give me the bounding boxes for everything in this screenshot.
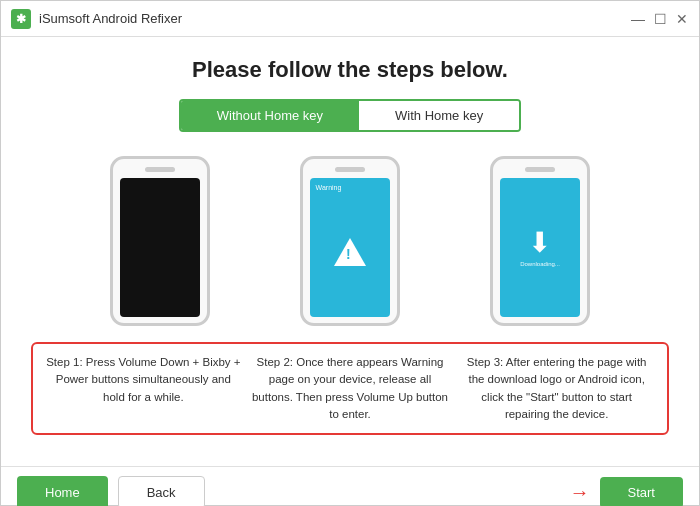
phone-speaker-3 — [525, 167, 555, 172]
page-title: Please follow the steps below. — [192, 57, 508, 83]
window-controls: — ☐ ✕ — [631, 12, 689, 26]
side-button-right-1 — [207, 214, 210, 228]
step-2: Step 2: Once there appears Warning page … — [252, 354, 449, 423]
main-window: ✱ iSumsoft Android Refixer — ☐ ✕ Please … — [0, 0, 700, 506]
footer-left: Home Back — [17, 476, 205, 506]
side-button-right-2 — [207, 234, 210, 248]
phone-3: ⬇ Downloading... — [490, 156, 590, 326]
phone-screen-2: Warning — [310, 178, 391, 317]
phone-speaker-2 — [335, 167, 365, 172]
tab-group: Without Home key With Home key — [179, 99, 521, 132]
phone-1-wrapper — [80, 156, 240, 326]
footer: Home Back → Start — [1, 466, 699, 506]
step-1: Step 1: Press Volume Down + Bixby + Powe… — [45, 354, 242, 423]
phone-screen-3: ⬇ Downloading... — [500, 178, 581, 317]
home-button[interactable]: Home — [17, 476, 108, 506]
phone-3-wrapper: ⬇ Downloading... — [460, 156, 620, 326]
phone-2-wrapper: Warning — [270, 156, 430, 326]
downloading-label: Downloading... — [520, 261, 560, 267]
tab-with-home[interactable]: With Home key — [359, 101, 519, 130]
app-title: iSumsoft Android Refixer — [39, 11, 631, 26]
download-icon: ⬇ — [528, 229, 551, 257]
phone-speaker-1 — [145, 167, 175, 172]
warning-label: Warning — [316, 184, 385, 191]
app-icon: ✱ — [11, 9, 31, 29]
phones-container: Warning ⬇ Downloading... — [80, 156, 620, 326]
maximize-button[interactable]: ☐ — [653, 12, 667, 26]
titlebar: ✱ iSumsoft Android Refixer — ☐ ✕ — [1, 1, 699, 37]
close-button[interactable]: ✕ — [675, 12, 689, 26]
phone-2: Warning — [300, 156, 400, 326]
arrow-right-icon: → — [570, 481, 590, 504]
phone-screen-1 — [120, 178, 201, 317]
phone-1 — [110, 156, 210, 326]
step-3: Step 3: After entering the page with the… — [458, 354, 655, 423]
main-content: Please follow the steps below. Without H… — [1, 37, 699, 466]
warning-icon — [316, 193, 385, 311]
triangle-icon — [334, 238, 366, 266]
volume-button-left — [110, 209, 113, 229]
start-button[interactable]: Start — [600, 477, 683, 506]
tab-without-home[interactable]: Without Home key — [181, 101, 359, 130]
steps-container: Step 1: Press Volume Down + Bixby + Powe… — [31, 342, 669, 435]
footer-right: → Start — [570, 477, 683, 506]
back-button[interactable]: Back — [118, 476, 205, 506]
minimize-button[interactable]: — — [631, 12, 645, 26]
